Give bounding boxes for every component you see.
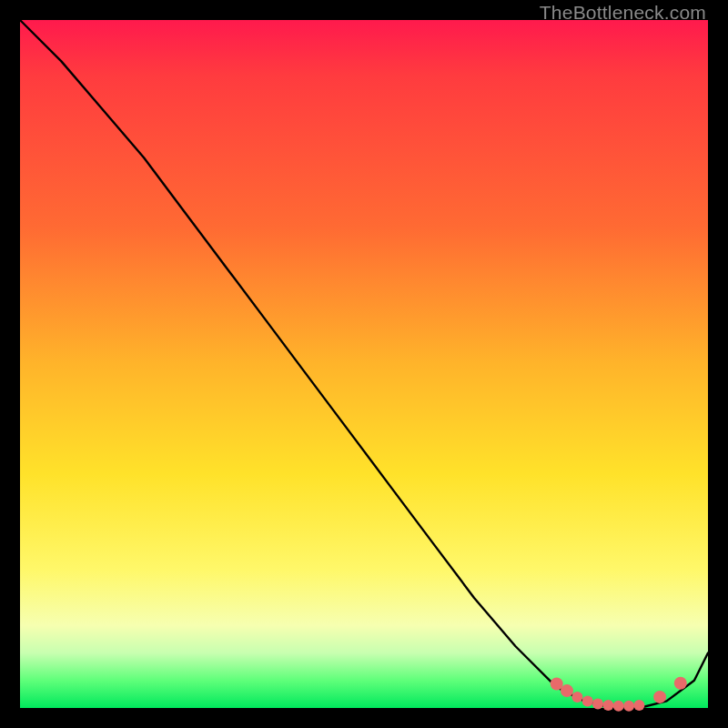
marker-dot (613, 701, 624, 712)
marker-dot (592, 699, 603, 710)
marker-dot (602, 700, 613, 711)
chart-svg (20, 20, 708, 708)
marker-dot (623, 701, 634, 712)
watermark-text: TheBottleneck.com (540, 2, 706, 24)
marker-dot (633, 700, 644, 711)
marker-dot (674, 677, 687, 690)
marker-dot (582, 695, 593, 706)
marker-dot (561, 684, 573, 697)
optimal-range-markers (551, 677, 687, 712)
chart-frame: TheBottleneck.com (0, 0, 728, 728)
marker-dot (571, 692, 582, 703)
gradient-plot-area (20, 20, 708, 708)
bottleneck-curve (20, 20, 708, 708)
marker-dot (653, 691, 666, 703)
